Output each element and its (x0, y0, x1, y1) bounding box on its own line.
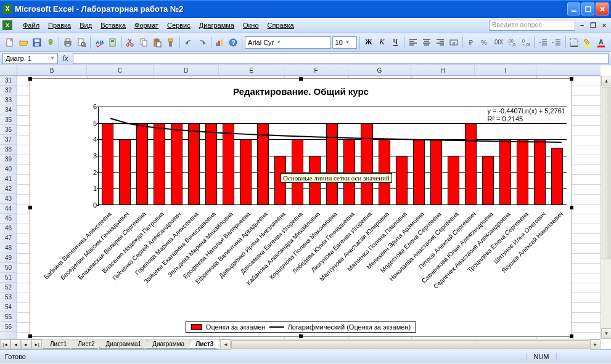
research-button[interactable] (107, 36, 119, 49)
vertical-scrollbar[interactable]: ▲ ▼ (601, 76, 611, 339)
align-left-button[interactable] (407, 36, 419, 49)
new-button[interactable] (4, 36, 16, 49)
row-header-36[interactable]: 36 (0, 125, 17, 135)
save-button[interactable] (31, 36, 43, 49)
menu-chart[interactable]: Диаграмма (195, 20, 239, 31)
tab-first-button[interactable]: |◄ (0, 339, 10, 349)
row-header-35[interactable]: 35 (0, 115, 17, 125)
spelling-button[interactable]: ABC (93, 36, 105, 49)
row-header-38[interactable]: 38 (0, 145, 17, 155)
underline-button[interactable]: Ч (390, 36, 402, 49)
mdi-minimize-button[interactable]: – (578, 21, 586, 30)
fill-color-button[interactable] (581, 36, 594, 49)
window-maximize-button[interactable] (581, 2, 594, 15)
row-header-55[interactable]: 55 (0, 312, 17, 322)
sheet-tab-Лист3[interactable]: Лист3 (189, 340, 220, 349)
row-header-56[interactable]: 56 (0, 322, 17, 332)
percent-button[interactable]: % (478, 36, 491, 49)
open-button[interactable] (17, 36, 30, 49)
column-header-H[interactable]: H (411, 65, 475, 75)
row-header-43[interactable]: 43 (0, 194, 17, 204)
scroll-up-button[interactable]: ▲ (601, 76, 611, 86)
x-axis-labels[interactable]: Бабкина Валентина АлексеевнаБеседелин Ма… (98, 206, 567, 298)
align-center-button[interactable] (420, 36, 433, 49)
tab-next-button[interactable]: ► (21, 339, 31, 349)
sheet-tab-Диаграмма1[interactable]: Диаграмма1 (99, 340, 149, 349)
row-header-47[interactable]: 47 (0, 233, 17, 243)
window-close-button[interactable] (596, 2, 609, 15)
row-header-33[interactable]: 33 (0, 95, 17, 105)
select-all-corner[interactable] (0, 65, 17, 76)
fx-button[interactable]: fx (59, 54, 72, 63)
redo-button[interactable] (196, 36, 208, 49)
column-header-F[interactable]: F (284, 65, 348, 75)
name-box[interactable]: Диагр. 1▼ (2, 53, 58, 64)
print-preview-button[interactable] (75, 36, 88, 49)
chart-legend[interactable]: Оценки за экзамен Логарифмический (Оценк… (186, 322, 416, 333)
undo-button[interactable] (182, 36, 195, 49)
chart-object[interactable]: Редактирование. Общий курс 0123456 Основ… (30, 78, 572, 337)
chart-handle-n[interactable] (299, 77, 303, 81)
comma-button[interactable]: 000 (492, 36, 504, 49)
row-header-31[interactable]: 31 (0, 76, 17, 86)
menu-window[interactable]: Окно (239, 20, 263, 31)
row-header-46[interactable]: 46 (0, 224, 17, 233)
chart-handle-ne[interactable] (570, 77, 573, 81)
decrease-indent-button[interactable] (537, 36, 549, 49)
row-header-50[interactable]: 50 (0, 263, 17, 273)
menu-edit[interactable]: Правка (44, 20, 75, 31)
vscroll-thumb[interactable] (602, 87, 610, 259)
menu-help[interactable]: Справка (263, 20, 298, 31)
paste-button[interactable] (151, 36, 163, 49)
column-header-C[interactable]: C (87, 65, 154, 75)
row-header-45[interactable]: 45 (0, 214, 17, 224)
y-axis[interactable]: 0123456 (86, 107, 97, 205)
cut-button[interactable] (125, 36, 137, 49)
chart-handle-nw[interactable] (28, 77, 32, 81)
borders-button[interactable] (568, 36, 580, 49)
menu-tools[interactable]: Сервис (163, 20, 195, 31)
column-header-I[interactable]: I (475, 65, 536, 75)
hscroll-thumb[interactable] (231, 340, 589, 349)
column-header-E[interactable]: E (219, 65, 284, 75)
help-question-input[interactable]: Введите вопрос (489, 20, 575, 31)
menu-format[interactable]: Формат (130, 20, 163, 31)
horizontal-scrollbar[interactable]: ◄ ► (220, 339, 601, 350)
chart-handle-sw[interactable] (28, 334, 32, 338)
format-painter-button[interactable] (165, 36, 177, 49)
excel-doc-icon[interactable]: X (2, 20, 12, 30)
increase-decimal-button[interactable]: ,00→,0 (506, 36, 518, 49)
row-header-52[interactable]: 52 (0, 283, 17, 293)
row-header-39[interactable]: 39 (0, 155, 17, 164)
chart-title[interactable]: Редактирование. Общий курс (30, 86, 572, 97)
merge-center-button[interactable]: a (448, 36, 460, 49)
row-header-54[interactable]: 54 (0, 302, 17, 312)
row-header-48[interactable]: 48 (0, 243, 17, 253)
tab-prev-button[interactable]: ◄ (10, 339, 21, 349)
font-combo[interactable]: Arial Cyr▼ (245, 36, 330, 49)
trendline-equation[interactable]: y = -0,4407Ln(x) + 5,2761 R² = 0,2145 (487, 107, 565, 123)
menu-insert[interactable]: Вставка (96, 20, 130, 31)
help-button[interactable]: ? (227, 36, 239, 49)
increase-indent-button[interactable] (551, 36, 563, 49)
align-right-button[interactable] (434, 36, 446, 49)
row-header-42[interactable]: 42 (0, 184, 17, 194)
row-header-34[interactable]: 34 (0, 105, 17, 115)
scroll-right-button[interactable]: ► (590, 339, 601, 350)
font-color-button[interactable]: A (595, 36, 607, 49)
column-header-G[interactable]: G (348, 65, 411, 75)
permission-button[interactable] (44, 36, 57, 49)
sheet-tab-Лист2[interactable]: Лист2 (71, 340, 101, 349)
italic-button[interactable]: К (376, 36, 388, 49)
chart-handle-se[interactable] (570, 334, 573, 338)
chart-handle-w[interactable] (28, 206, 32, 209)
row-header-32[interactable]: 32 (0, 86, 17, 95)
window-minimize-button[interactable] (567, 2, 580, 15)
grid-area[interactable]: Редактирование. Общий курс 0123456 Основ… (17, 76, 601, 339)
chart-handle-e[interactable] (570, 206, 573, 209)
print-button[interactable] (62, 36, 74, 49)
sheet-tab-Лист1[interactable]: Лист1 (43, 340, 73, 349)
formula-input[interactable] (73, 53, 609, 64)
tab-last-button[interactable]: ►| (31, 339, 42, 349)
row-header-51[interactable]: 51 (0, 273, 17, 283)
